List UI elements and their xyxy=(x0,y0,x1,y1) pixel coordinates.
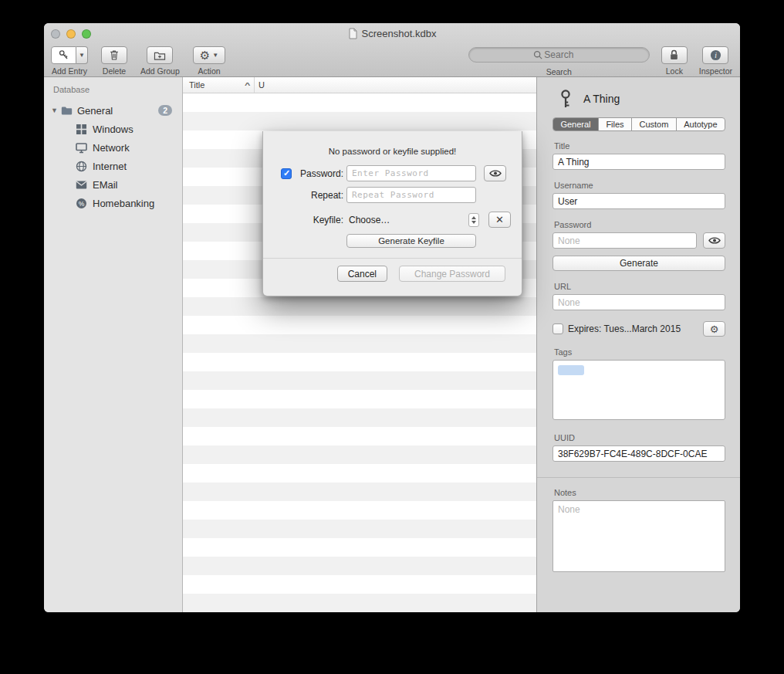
lock-icon xyxy=(669,49,679,61)
delete-label: Delete xyxy=(103,66,126,76)
repeat-row: Repeat: xyxy=(263,187,522,203)
sidebar-item-homebanking[interactable]: % Homebanking xyxy=(44,194,182,212)
column-header-title[interactable]: Title ^ xyxy=(183,77,255,93)
title-field[interactable] xyxy=(553,154,725,170)
toolbar-add-group: Add Group xyxy=(140,46,180,76)
password-field-label: Password xyxy=(554,220,725,229)
entry-header: A Thing xyxy=(556,88,725,110)
group-label: Windows xyxy=(93,124,133,135)
cancel-button[interactable]: Cancel xyxy=(337,266,387,282)
keyfile-row: Keyfile: Choose… ✕ xyxy=(263,212,522,228)
sidebar-item-general[interactable]: ▼ General 2 xyxy=(44,101,182,120)
zoom-button[interactable] xyxy=(82,29,91,39)
add-entry-button[interactable] xyxy=(51,46,76,64)
inspector-button[interactable]: i xyxy=(702,46,728,64)
sidebar-item-email[interactable]: EMail xyxy=(44,175,182,194)
eye-icon xyxy=(489,169,502,178)
password-label: Password: xyxy=(300,168,343,179)
gear-icon: ⚙ xyxy=(200,49,210,61)
svg-text:i: i xyxy=(715,52,717,59)
info-icon: i xyxy=(710,49,721,61)
tab-general[interactable]: General xyxy=(553,118,599,130)
column-username-label: U xyxy=(259,80,265,90)
tab-autotype[interactable]: Autotype xyxy=(677,118,725,130)
tab-custom[interactable]: Custom xyxy=(632,118,677,130)
keyfile-label: Keyfile: xyxy=(313,215,343,225)
network-icon xyxy=(76,142,87,154)
add-group-button[interactable] xyxy=(147,46,173,64)
lock-label: Lock xyxy=(666,66,683,76)
reveal-password-button[interactable] xyxy=(703,232,725,249)
eye-icon xyxy=(708,236,721,245)
search-input[interactable] xyxy=(468,47,650,63)
app-window: Screenshot.kdbx ▼ Add Entry Delete xyxy=(44,23,740,612)
sidebar-item-windows[interactable]: Windows xyxy=(44,120,182,138)
generate-keyfile-button[interactable]: Generate Keyfile xyxy=(346,234,476,248)
clear-keyfile-button[interactable]: ✕ xyxy=(488,212,511,228)
traffic-lights xyxy=(51,29,91,39)
keyfile-popup[interactable]: Choose… xyxy=(346,213,479,227)
gear-icon: ⚙ xyxy=(710,324,719,334)
toolbar-add-entry: ▼ Add Entry xyxy=(51,46,88,76)
url-field[interactable] xyxy=(553,294,725,310)
trash-icon xyxy=(109,49,120,61)
group-label: Homebanking xyxy=(93,198,154,209)
group-count-badge: 2 xyxy=(158,105,172,116)
inspector-tabs: General Files Custom Autotype xyxy=(553,117,725,131)
notes-field[interactable] xyxy=(553,500,725,572)
sidebar-section-header: Database xyxy=(44,85,182,94)
tab-files[interactable]: Files xyxy=(599,118,632,130)
expires-label: Expires: Tues...March 2015 xyxy=(568,323,681,334)
entry-title: A Thing xyxy=(583,93,620,105)
notes-field-label: Notes xyxy=(554,488,725,497)
coin-icon: % xyxy=(76,198,87,209)
url-field-label: URL xyxy=(554,282,725,291)
repeat-password-input[interactable] xyxy=(346,187,476,203)
action-button[interactable]: ⚙ ▼ xyxy=(193,46,225,64)
content-area: Database ▼ General 2 Windows Network Int… xyxy=(44,77,740,612)
close-x-icon: ✕ xyxy=(495,214,504,225)
toolbar-lock: Lock xyxy=(661,46,688,76)
globe-icon xyxy=(76,161,87,172)
sidebar-item-internet[interactable]: Internet xyxy=(44,157,182,175)
group-label: EMail xyxy=(93,179,118,191)
close-button[interactable] xyxy=(51,29,60,39)
column-header-username[interactable]: U xyxy=(255,80,536,90)
repeat-label: Repeat: xyxy=(311,190,343,201)
group-label: General xyxy=(77,105,113,117)
tag-chip[interactable] xyxy=(558,365,584,375)
expires-checkbox[interactable] xyxy=(553,323,563,334)
disclosure-triangle-icon[interactable]: ▼ xyxy=(51,107,61,114)
expires-settings-button[interactable]: ⚙ xyxy=(703,321,725,337)
chevron-down-icon: ▼ xyxy=(79,52,85,59)
folder-icon xyxy=(61,105,73,117)
password-field[interactable] xyxy=(553,232,697,249)
lock-button[interactable] xyxy=(661,46,688,64)
windows-icon xyxy=(76,124,87,135)
generate-password-button[interactable]: Generate xyxy=(553,256,725,271)
inspector-panel: A Thing General Files Custom Autotype Ti… xyxy=(536,77,740,612)
password-checkbox[interactable] xyxy=(281,168,292,179)
sidebar-item-network[interactable]: Network xyxy=(44,138,182,157)
reveal-password-button[interactable] xyxy=(484,165,506,181)
uuid-field[interactable] xyxy=(553,445,725,462)
username-field[interactable] xyxy=(553,193,725,209)
document-icon xyxy=(348,28,358,39)
toolbar-action: ⚙ ▼ Action xyxy=(193,46,225,76)
change-password-button[interactable]: Change Password xyxy=(399,266,505,282)
dialog-message: No password or keyfile supplied! xyxy=(263,147,522,156)
sort-ascending-icon: ^ xyxy=(245,81,250,89)
delete-button[interactable] xyxy=(101,46,127,64)
expires-row: Expires: Tues...March 2015 ⚙ xyxy=(553,321,725,337)
minimize-button[interactable] xyxy=(66,29,76,39)
title-field-label: Title xyxy=(554,141,725,151)
group-label: Network xyxy=(93,142,130,154)
inspector-label: Inspector xyxy=(699,66,732,76)
tags-field[interactable] xyxy=(553,360,725,420)
add-entry-dropdown-button[interactable]: ▼ xyxy=(76,46,88,64)
enter-password-input[interactable] xyxy=(346,165,476,181)
change-password-dialog: No password or keyfile supplied! Passwor… xyxy=(262,131,522,296)
folder-plus-icon xyxy=(154,50,166,61)
window-chrome: Screenshot.kdbx ▼ Add Entry Delete xyxy=(44,23,740,77)
chevron-down-icon: ▼ xyxy=(212,52,218,59)
